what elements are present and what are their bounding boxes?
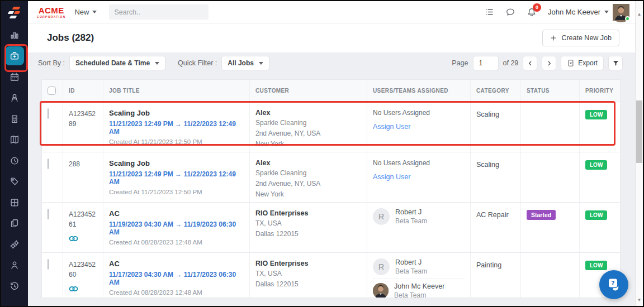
column-header-customer[interactable]: CUSTOMER: [250, 80, 367, 102]
clock-icon: [10, 156, 20, 166]
user-menu-button[interactable]: John Mc Keever: [548, 4, 629, 21]
select-all-checkbox[interactable]: [48, 87, 56, 95]
job-title-link[interactable]: AC: [109, 260, 244, 268]
user-initial-avatar: R: [373, 258, 390, 275]
sort-by-label: Sort By :: [38, 59, 65, 67]
vertical-scrollbar[interactable]: ▲ ▼: [635, 1, 643, 306]
filter-button[interactable]: [608, 56, 623, 70]
column-header-id[interactable]: ID: [63, 80, 103, 102]
map-book-icon: [10, 135, 20, 145]
column-header-status[interactable]: STATUS: [521, 80, 580, 102]
job-schedule-link[interactable]: 11/17/2023 04:30 AM → 11/17/2023 06:30 A…: [109, 271, 244, 286]
next-page-button[interactable]: [542, 56, 556, 70]
sidebar-item-time[interactable]: [1, 150, 28, 171]
new-menu-button[interactable]: New: [74, 8, 97, 16]
search-input[interactable]: [114, 8, 204, 16]
sort-by-select[interactable]: Scheduled Date & Time: [69, 56, 165, 70]
global-search: [109, 4, 209, 20]
customer-name[interactable]: RIO Enterprises: [255, 209, 361, 217]
job-title-link[interactable]: Scaling Job: [109, 159, 244, 167]
assigned-user-team: Beta Team: [395, 267, 427, 275]
customer-name[interactable]: Alex: [255, 109, 361, 117]
sidebar-item-history[interactable]: [1, 276, 28, 297]
acme-logo[interactable]: ACME CORPORATION: [37, 6, 65, 18]
chevron-down-icon: [604, 11, 609, 13]
list-toolbar: Sort By : Scheduled Date & Time Quick Fi…: [28, 52, 635, 74]
help-doc-icon: ?: [606, 277, 622, 292]
brand-mark-icon[interactable]: [1, 1, 28, 25]
assigned-user-name: Robert J: [395, 208, 427, 216]
assign-user-link[interactable]: Assign User: [373, 173, 465, 181]
quick-filter-select[interactable]: All Jobs: [221, 56, 269, 70]
customer-name[interactable]: Alex: [255, 159, 361, 167]
sidebar-item-company[interactable]: [1, 108, 28, 129]
job-schedule-link[interactable]: 11/21/2023 12:49 PM → 11/22/2023 12:49 A…: [109, 170, 244, 186]
customer-line: New York: [255, 140, 361, 148]
messages-button[interactable]: [505, 7, 515, 17]
chevron-left-icon: [527, 60, 534, 67]
help-chat-button[interactable]: ?: [599, 270, 628, 299]
list-view-button[interactable]: [485, 7, 494, 17]
job-id: 288: [69, 159, 97, 169]
previous-page-button[interactable]: [523, 56, 537, 70]
job-status-cell: [521, 253, 580, 298]
assigned-user[interactable]: John Mc Keever Beta Team: [373, 279, 465, 298]
job-schedule-link[interactable]: 11/21/2023 12:49 PM → 11/22/2023 12:49 A…: [109, 120, 244, 136]
job-schedule-link[interactable]: 11/19/2023 04:30 AM → 11/19/2023 06:30 A…: [109, 220, 244, 236]
assigned-user[interactable]: R Robert J Beta Team: [373, 255, 465, 279]
user-icon: [10, 260, 20, 270]
job-created-at: Created At 11/21/2023 12:50 PM: [109, 189, 244, 195]
priority-badge: LOW: [585, 160, 607, 170]
table-row[interactable]: 288 Scaling Job 11/21/2023 12:49 PM → 11…: [42, 152, 620, 203]
history-clock-icon: [10, 281, 20, 291]
sidebar-item-jobs[interactable]: [1, 46, 28, 67]
sidebar-item-users[interactable]: [1, 255, 28, 276]
table-row[interactable]: A12345260 AC 11/17/2023 04:30 AM → 11/17…: [42, 253, 620, 298]
sidebar-item-dashboard[interactable]: [1, 25, 28, 46]
notifications-button[interactable]: 0: [527, 7, 537, 17]
sidebar-item-documents[interactable]: [1, 213, 28, 234]
assign-user-link[interactable]: Assign User: [373, 123, 465, 131]
assigned-user-name: Robert J: [395, 258, 427, 266]
page-number-input[interactable]: [473, 56, 499, 70]
sidebar-item-tags[interactable]: [1, 171, 28, 193]
column-header-job-title[interactable]: JOB TITLE: [103, 80, 250, 102]
quick-filter-label: Quick Filter :: [178, 59, 217, 67]
job-title-link[interactable]: AC: [109, 209, 244, 218]
row-checkbox[interactable]: [48, 108, 49, 119]
assigned-user[interactable]: R Robert J Beta Team: [373, 205, 465, 228]
sidebar-item-parts[interactable]: [1, 234, 28, 255]
job-status-cell: [521, 102, 580, 152]
row-checkbox[interactable]: [48, 159, 49, 169]
column-header-users[interactable]: USERS/TEAMS ASSIGNED: [367, 80, 471, 102]
column-header-category[interactable]: CATEGORY: [471, 80, 521, 102]
job-category: Scaling: [476, 161, 499, 169]
assigned-user-name: John Mc Keever: [394, 282, 444, 290]
recurring-job-icon: [69, 284, 97, 294]
sidebar-item-calendar[interactable]: [1, 66, 28, 88]
brand-subtitle: CORPORATION: [37, 16, 65, 18]
table-row[interactable]: A12345289 Scaling Job 11/21/2023 12:49 P…: [42, 102, 620, 152]
create-new-job-button[interactable]: Create New Job: [542, 30, 619, 46]
customer-name[interactable]: RIO Enterprises: [255, 260, 361, 267]
priority-badge: LOW: [585, 110, 607, 119]
page-title: Jobs (282): [47, 32, 94, 44]
export-button[interactable]: Export: [561, 56, 604, 70]
filter-funnel-icon: [612, 60, 619, 67]
table-row[interactable]: A12345261 AC 11/19/2023 04:30 AM → 11/19…: [42, 203, 620, 253]
column-header-priority[interactable]: PRIORITY: [580, 80, 620, 102]
scroll-down-arrow[interactable]: ▼: [636, 296, 643, 304]
sidebar-item-service-map[interactable]: [1, 129, 28, 151]
job-title-link[interactable]: Scaling Job: [109, 109, 244, 117]
row-checkbox[interactable]: [48, 209, 49, 219]
sort-by-value: Scheduled Date & Time: [75, 59, 150, 67]
sidebar-item-customers[interactable]: [1, 88, 28, 109]
no-users-text: No Users Assigned: [373, 159, 465, 167]
sidebar-item-board[interactable]: [1, 192, 28, 213]
row-checkbox[interactable]: [48, 259, 49, 270]
status-badge: Started: [527, 210, 556, 220]
sidebar-item-jobs-bottom[interactable]: [1, 297, 28, 307]
job-created-at: Created At 11/21/2023 12:50 PM: [109, 138, 244, 145]
scrollbar-thumb[interactable]: [636, 100, 642, 163]
scroll-up-arrow[interactable]: ▲: [636, 10, 643, 18]
